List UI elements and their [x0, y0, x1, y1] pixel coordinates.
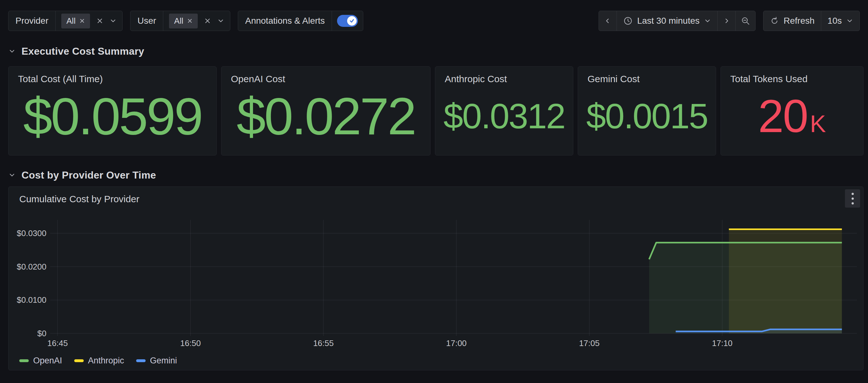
- clear-filter-icon[interactable]: [204, 18, 211, 24]
- filter-provider: Provider All: [8, 11, 123, 31]
- clear-filter-icon[interactable]: [96, 18, 103, 24]
- toggle-knob: [347, 16, 356, 26]
- legend-item-anthropic[interactable]: Anthropic: [74, 356, 124, 365]
- filter-user-value[interactable]: All: [163, 13, 230, 28]
- refresh-interval-picker[interactable]: 10s: [821, 11, 860, 31]
- svg-text:17:05: 17:05: [579, 338, 599, 348]
- svg-text:17:10: 17:10: [712, 338, 733, 348]
- svg-text:$0.0100: $0.0100: [17, 295, 46, 305]
- time-range-picker[interactable]: Last 30 minutes: [617, 11, 717, 31]
- filter-chip-all[interactable]: All: [61, 13, 90, 28]
- stat-panel-total-tokens: Total Tokens Used 20K: [720, 66, 864, 155]
- legend-color-swatch: [19, 359, 29, 362]
- legend-label: Anthropic: [88, 356, 124, 365]
- annotations-control: Annotations & Alerts: [238, 11, 363, 31]
- filter-chip-all[interactable]: All: [169, 13, 198, 28]
- check-icon: [349, 18, 355, 24]
- stat-panel-total-cost: Total Cost (All Time) $0.0599: [8, 66, 217, 155]
- legend-label: Gemini: [150, 356, 177, 365]
- chevron-down-icon: [846, 18, 853, 24]
- row-header-executive-cost-summary[interactable]: Executive Cost Summary: [8, 44, 144, 58]
- clock-icon: [623, 16, 633, 26]
- zoom-out-icon: [741, 16, 750, 26]
- zoom-out-button[interactable]: [735, 11, 755, 31]
- filter-provider-value[interactable]: All: [56, 13, 122, 28]
- chevron-down-icon: [8, 48, 16, 55]
- refresh-icon: [770, 16, 779, 26]
- refresh-button[interactable]: Refresh: [764, 11, 821, 31]
- toggle-track[interactable]: [337, 15, 358, 27]
- svg-text:16:55: 16:55: [313, 338, 334, 348]
- chevron-down-icon[interactable]: [217, 18, 224, 24]
- legend-color-swatch: [136, 359, 146, 362]
- stat-value: $0.0312: [443, 98, 565, 134]
- annotations-toggle[interactable]: [332, 15, 363, 27]
- svg-text:16:45: 16:45: [48, 338, 68, 348]
- grafana-dashboard: Provider All: [0, 0, 868, 383]
- timeseries-chart[interactable]: $0$0.0100$0.0200$0.030016:4516:5016:5517…: [8, 187, 864, 371]
- stat-panel-gemini-cost: Gemini Cost $0.0015: [578, 66, 716, 155]
- row-header-cost-by-provider[interactable]: Cost by Provider Over Time: [8, 168, 156, 182]
- filter-user-label: User: [130, 16, 163, 26]
- stat-panel-openai-cost: OpenAI Cost $0.0272: [221, 66, 431, 155]
- time-shift-forward-button[interactable]: [717, 11, 735, 31]
- svg-text:$0.0300: $0.0300: [17, 229, 46, 238]
- stat-panel-anthropic-cost: Anthropic Cost $0.0312: [435, 66, 573, 155]
- timeseries-panel-cumulative-cost: Cumulative Cost by Provider $0$0.0100$0.…: [8, 186, 864, 371]
- filter-provider-label: Provider: [8, 16, 55, 26]
- time-range-group: Last 30 minutes: [598, 11, 755, 31]
- legend-item-gemini[interactable]: Gemini: [136, 356, 177, 365]
- chevron-down-icon[interactable]: [110, 18, 117, 24]
- chevron-right-icon: [723, 17, 730, 25]
- chip-remove-icon[interactable]: [79, 18, 85, 24]
- chevron-left-icon: [604, 17, 612, 25]
- legend-color-swatch: [74, 359, 84, 362]
- legend-label: OpenAI: [33, 356, 62, 365]
- time-range-label: Last 30 minutes: [637, 16, 700, 26]
- time-controls: Last 30 minutes: [598, 11, 860, 31]
- svg-text:$0: $0: [37, 329, 46, 338]
- svg-text:$0.0200: $0.0200: [17, 262, 46, 271]
- stat-value: $0.0599: [23, 90, 202, 143]
- refresh-group: Refresh 10s: [763, 11, 860, 31]
- stat-panel-row: Total Cost (All Time) $0.0599 OpenAI Cos…: [8, 66, 864, 155]
- refresh-interval-label: 10s: [828, 16, 842, 26]
- chevron-down-icon: [704, 18, 711, 24]
- row-title: Executive Cost Summary: [22, 46, 144, 57]
- svg-text:16:50: 16:50: [180, 338, 201, 348]
- stat-value: $0.0015: [586, 98, 708, 134]
- row-title: Cost by Provider Over Time: [22, 169, 156, 181]
- time-shift-back-button[interactable]: [599, 11, 617, 31]
- filter-user: User All: [130, 11, 230, 31]
- chip-remove-icon[interactable]: [187, 18, 193, 24]
- chevron-down-icon: [8, 171, 16, 179]
- filter-chip-label: All: [174, 16, 183, 26]
- filter-chip-label: All: [66, 16, 75, 26]
- variable-controls: Provider All: [8, 11, 363, 31]
- svg-text:17:00: 17:00: [446, 338, 467, 348]
- dashboard-toolbar: Provider All: [8, 11, 860, 31]
- refresh-label: Refresh: [784, 16, 815, 26]
- chart-legend: OpenAIAnthropicGemini: [19, 356, 177, 365]
- stat-value-suffix: K: [810, 112, 826, 136]
- stat-value: $0.0272: [237, 90, 415, 143]
- stat-value: 20K: [758, 93, 826, 139]
- annotations-label: Annotations & Alerts: [238, 16, 332, 26]
- legend-item-openai[interactable]: OpenAI: [19, 356, 62, 365]
